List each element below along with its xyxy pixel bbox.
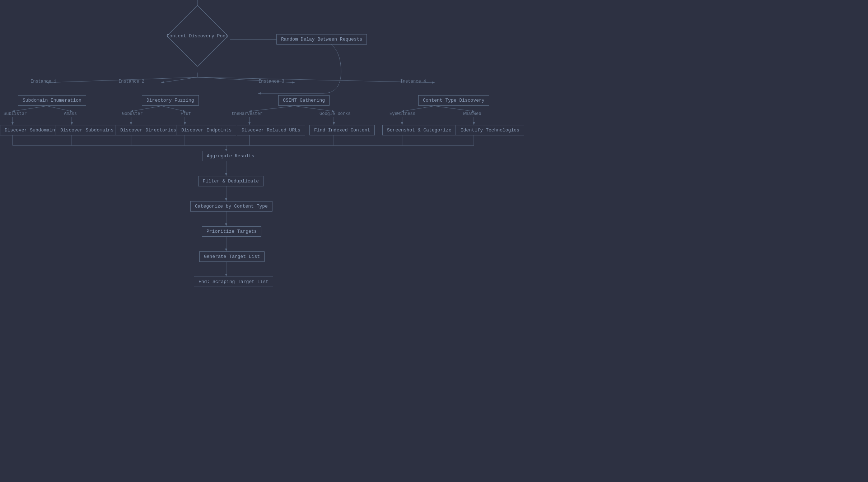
content-type-node: Content Type Discovery xyxy=(418,95,489,106)
diamond-label: Content Discovery Pool xyxy=(167,33,228,39)
svg-line-12 xyxy=(162,106,185,111)
amass-label: Amass xyxy=(64,111,77,116)
disc-dir-node: Discover Directories xyxy=(116,125,181,135)
svg-line-11 xyxy=(131,106,162,111)
instance-3-label: Instance 3 xyxy=(258,79,284,84)
instance-2-label: Instance 2 xyxy=(118,79,144,84)
eyewitness-label: EyeWitness xyxy=(389,111,415,116)
sublist3r-label: Sublist3r xyxy=(4,111,27,116)
instance-4-label: Instance 4 xyxy=(400,79,426,84)
svg-line-18 xyxy=(434,106,474,111)
filter-node: Filter & Deduplicate xyxy=(198,176,263,186)
subdomain-enum-node: Subdomain Enumeration xyxy=(18,95,86,106)
aggregate-node: Aggregate Results xyxy=(202,151,259,161)
gobuster-label: Gobuster xyxy=(122,111,143,116)
disc-sub-2-node: Discover Subdomains xyxy=(56,125,118,135)
screenshot-node: Screenshot & Categorize xyxy=(382,125,456,135)
osint-node: OSINT Gathering xyxy=(278,95,330,106)
disc-sub-1-node: Discover Subdomains xyxy=(0,125,62,135)
random-delay-node: Random Delay Between Requests xyxy=(276,34,367,45)
svg-line-6 xyxy=(197,77,434,83)
theharvester-label: theHarvester xyxy=(232,111,262,116)
identify-tech-node: Identify Technologies xyxy=(456,125,524,135)
ffuf-label: Ffuf xyxy=(181,111,191,116)
find-indexed-node: Find Indexed Content xyxy=(309,125,375,135)
prioritize-node: Prioritize Targets xyxy=(202,226,261,237)
disc-rel-node: Discover Related URLs xyxy=(237,125,305,135)
end-node: End: Scraping Target List xyxy=(194,277,273,287)
diagram-container: Content Discovery Pool Random Delay Betw… xyxy=(0,0,868,482)
svg-line-15 xyxy=(294,106,334,111)
generate-node: Generate Target List xyxy=(199,251,265,262)
instance-1-label: Instance 1 xyxy=(31,79,56,84)
whatweb-label: WhatWeb xyxy=(463,111,481,116)
google-dorks-label: Google Dorks xyxy=(319,111,350,116)
disc-end-node: Discover Endpoints xyxy=(177,125,236,135)
svg-line-9 xyxy=(47,106,72,111)
dir-fuzzing-node: Directory Fuzzing xyxy=(142,95,199,106)
svg-line-17 xyxy=(402,106,434,111)
svg-line-4 xyxy=(162,77,197,83)
svg-line-14 xyxy=(249,106,294,111)
connections-svg xyxy=(0,0,868,482)
categorize-node: Categorize by Content Type xyxy=(190,201,272,212)
svg-line-8 xyxy=(13,106,47,111)
diamond-node: Content Discovery Pool xyxy=(165,4,230,68)
